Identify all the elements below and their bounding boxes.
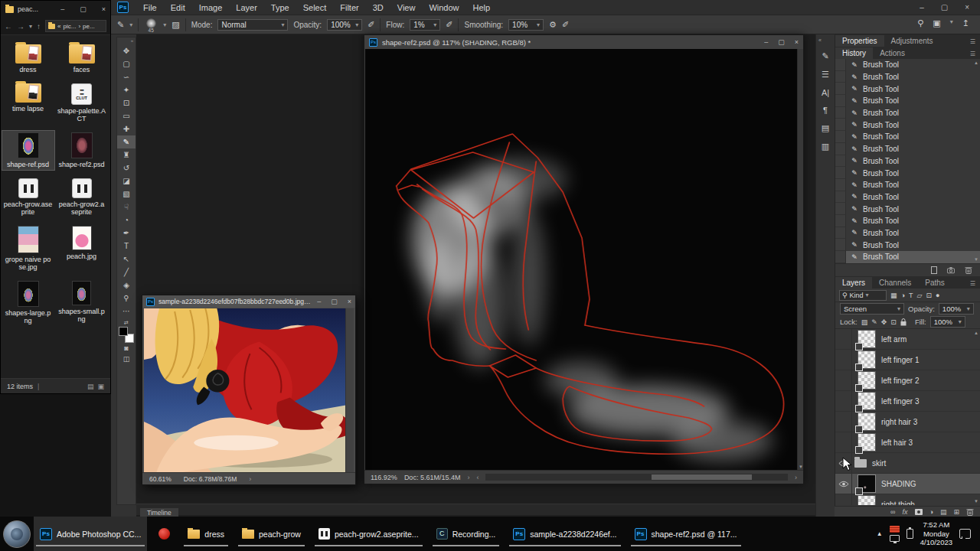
- toolbar-expand-icon[interactable]: »: [131, 37, 136, 44]
- edit-toolbar-icon[interactable]: ⋯: [117, 305, 136, 318]
- history-source-well[interactable]: [835, 59, 846, 71]
- lock-pixels-icon[interactable]: ✎: [871, 318, 877, 326]
- type-tool[interactable]: T: [117, 240, 136, 253]
- action-center-icon[interactable]: [959, 529, 971, 539]
- history-entry[interactable]: ✎Brush Tool: [835, 143, 980, 155]
- history-source-well[interactable]: [835, 179, 846, 191]
- pen-tool[interactable]: ✒: [117, 227, 136, 240]
- menu-type[interactable]: Type: [264, 0, 296, 15]
- history-entry[interactable]: ✎Brush Tool: [835, 107, 980, 119]
- line-tool[interactable]: ╱: [117, 266, 136, 279]
- shape-tool[interactable]: ◈: [117, 279, 136, 292]
- file-item[interactable]: shapes-small.png: [56, 279, 108, 326]
- tray-expand-icon[interactable]: ▲: [877, 530, 883, 537]
- history-source-well[interactable]: [835, 251, 846, 263]
- history-entry-current[interactable]: ✎Brush Tool: [835, 251, 980, 263]
- menu-image[interactable]: Image: [192, 0, 230, 15]
- eraser-tool[interactable]: ◪: [117, 174, 136, 187]
- delete-state-icon[interactable]: [965, 266, 972, 274]
- scroll-up-icon[interactable]: ▲: [974, 331, 978, 335]
- clone-source-panel-icon[interactable]: ▥: [822, 142, 829, 152]
- history-source-well[interactable]: [835, 71, 846, 83]
- move-tool[interactable]: ✥: [117, 44, 136, 57]
- file-item-selected[interactable]: shape-ref.psd: [2, 131, 54, 170]
- panel-menu-icon[interactable]: ☰: [970, 38, 980, 47]
- history-entry[interactable]: ✎Brush Tool: [835, 119, 980, 131]
- breadcrumb-collapse-icon[interactable]: «: [57, 23, 60, 30]
- history-source-well[interactable]: [835, 203, 846, 215]
- breadcrumb[interactable]: « pic... › pe...: [45, 20, 106, 32]
- document-titlebar[interactable]: Ps shape-ref2.psd @ 117% (SHADING, RGB/8…: [364, 35, 803, 49]
- filter-adjustment-layers-icon[interactable]: ◑: [901, 292, 905, 299]
- list-view-icon[interactable]: ▤: [87, 383, 94, 390]
- chevron-down-icon[interactable]: ▾: [163, 21, 166, 28]
- history-source-well[interactable]: [835, 155, 846, 168]
- history-entry[interactable]: ✎Brush Tool: [835, 215, 980, 227]
- eye-icon[interactable]: [838, 481, 849, 487]
- smoothing-select[interactable]: 10% ▾: [508, 19, 544, 31]
- menu-help[interactable]: Help: [466, 0, 498, 15]
- new-snapshot-icon[interactable]: [947, 266, 955, 274]
- layer-thumbnail[interactable]: [858, 330, 876, 348]
- layer-thumbnail[interactable]: [858, 412, 876, 431]
- layer-thumbnail[interactable]: [858, 495, 876, 505]
- menu-view[interactable]: View: [390, 0, 423, 15]
- layer-row[interactable]: left finger 3: [835, 391, 980, 412]
- scroll-down-icon[interactable]: ▼: [974, 499, 978, 504]
- taskbar-item-photoshop[interactable]: PsAdobe Photoshop CC...: [34, 517, 147, 551]
- taskbar-item-pinned-app[interactable]: [152, 517, 176, 551]
- tool-preset-panel-icon[interactable]: ▨: [172, 20, 179, 30]
- reference-image[interactable]: [144, 308, 347, 473]
- history-entry[interactable]: ✎Brush Tool: [835, 191, 980, 204]
- kind-filter-select[interactable]: ⚲ Kind ▾: [839, 290, 887, 301]
- close-icon[interactable]: ×: [795, 38, 799, 46]
- visibility-well[interactable]: [835, 391, 852, 411]
- tab-properties[interactable]: Properties: [835, 35, 884, 47]
- history-entry[interactable]: ✎Brush Tool: [835, 59, 980, 71]
- vertical-scrollbar[interactable]: ▼: [797, 49, 803, 470]
- flow-select[interactable]: 1% ▾: [410, 19, 440, 31]
- brush-tip-preview[interactable]: 45: [144, 18, 158, 31]
- tab-adjustments[interactable]: Adjustments: [884, 35, 940, 47]
- collapse-panels-icon[interactable]: «: [816, 37, 822, 43]
- history-source-well[interactable]: [835, 107, 846, 119]
- workspace-switcher-icon[interactable]: ▣: [933, 18, 940, 28]
- file-item[interactable]: peach-grow.aseprite: [2, 177, 54, 217]
- history-entry[interactable]: ✎Brush Tool: [835, 179, 980, 191]
- quick-selection-tool[interactable]: ✦: [117, 83, 136, 96]
- menu-file[interactable]: File: [136, 0, 164, 15]
- menu-window[interactable]: Window: [422, 0, 466, 15]
- brush-preset-icon[interactable]: ✎: [117, 20, 124, 30]
- panel-menu-icon[interactable]: ☰: [970, 51, 980, 59]
- taskbar-item-dress-folder[interactable]: dress: [181, 517, 230, 551]
- tab-history[interactable]: History: [835, 47, 873, 59]
- layer-row[interactable]: right thigh: [835, 494, 980, 505]
- lock-position-icon[interactable]: ✥: [881, 318, 887, 326]
- pressure-opacity-icon[interactable]: ✐: [368, 20, 374, 30]
- smudge-tool[interactable]: ☟: [117, 201, 136, 214]
- history-source-well[interactable]: [835, 119, 846, 131]
- horizontal-scrollbar[interactable]: [485, 474, 788, 481]
- filter-smart-objects-icon[interactable]: ⊡: [926, 292, 932, 299]
- swap-colors-icon[interactable]: ⇄: [124, 320, 129, 326]
- back-icon[interactable]: ←: [5, 22, 12, 31]
- tab-actions[interactable]: Actions: [873, 47, 912, 59]
- up-icon[interactable]: ↑: [37, 22, 41, 31]
- history-entry[interactable]: ✎Brush Tool: [835, 227, 980, 240]
- forward-icon[interactable]: →: [17, 22, 24, 31]
- file-item[interactable]: time lapse: [2, 82, 54, 124]
- maximize-icon[interactable]: ▢: [941, 3, 948, 11]
- visibility-well[interactable]: [835, 494, 852, 505]
- scroll-left-icon[interactable]: ‹: [476, 474, 479, 481]
- status-expand-icon[interactable]: ›: [467, 474, 469, 481]
- close-icon[interactable]: ×: [348, 298, 351, 305]
- taskbar-item-shape-ref2[interactable]: Psshape-ref2.psd @ 117...: [629, 517, 743, 551]
- close-icon[interactable]: ×: [102, 5, 106, 13]
- history-source-well[interactable]: [835, 167, 846, 179]
- clone-stamp-tool[interactable]: ♜: [117, 148, 136, 161]
- new-document-from-state-icon[interactable]: [931, 266, 937, 274]
- chevron-down-icon[interactable]: ▾: [129, 21, 132, 28]
- character-panel-icon[interactable]: A|: [822, 88, 829, 97]
- tab-channels[interactable]: Channels: [872, 277, 918, 289]
- scroll-down-icon[interactable]: ▼: [799, 465, 803, 469]
